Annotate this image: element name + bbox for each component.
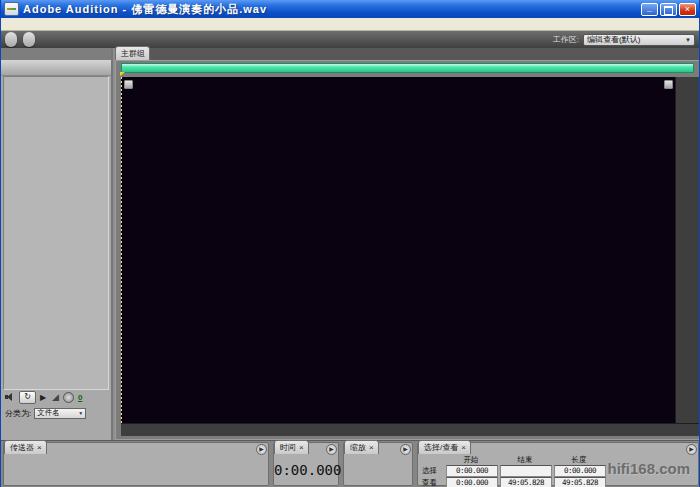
tab-transport-label: 传送器 bbox=[10, 442, 34, 453]
sort-by-value: 文件名 bbox=[37, 408, 60, 418]
column-header-length: 长度 bbox=[554, 455, 604, 465]
editor-body bbox=[115, 60, 700, 440]
view-end-field[interactable]: 49:05.828 bbox=[500, 477, 552, 487]
panel-menu-button[interactable]: ▶ bbox=[400, 444, 411, 455]
column-header-end: 结束 bbox=[500, 455, 550, 465]
audition-speaker-icon bbox=[5, 393, 15, 401]
tab-selection-view[interactable]: 选择/查看 × bbox=[418, 440, 471, 454]
transport-panel: 传送器 × ▶ bbox=[3, 442, 269, 486]
close-tab-icon[interactable]: × bbox=[369, 444, 374, 451]
time-panel: 时间 × ▶ 0:00.000 bbox=[273, 442, 339, 486]
chevron-down-icon: ▼ bbox=[685, 37, 691, 43]
workspace-select[interactable]: 编辑查看(默认) ▼ bbox=[583, 34, 695, 46]
selection-end-field[interactable] bbox=[500, 465, 552, 477]
current-time-display[interactable]: 0:00.000 bbox=[274, 462, 338, 478]
watermark: hifi168.com bbox=[607, 460, 690, 477]
sort-by-label: 分类为: bbox=[5, 408, 31, 419]
time-ruler[interactable] bbox=[121, 423, 699, 436]
main-group-panel: 主群组 bbox=[115, 48, 700, 440]
view-length-field[interactable]: 49:05.828 bbox=[554, 477, 606, 487]
panel-menu-button[interactable]: ▶ bbox=[686, 444, 697, 455]
tab-zoom-label: 缩放 bbox=[350, 442, 366, 453]
preview-volume-icon[interactable]: ◢ bbox=[52, 393, 59, 402]
preview-volume-value[interactable]: 0 bbox=[78, 393, 82, 402]
restore-icon bbox=[664, 6, 673, 15]
file-list bbox=[3, 76, 109, 390]
left-channel-indicator[interactable] bbox=[124, 80, 133, 89]
view-start-field[interactable]: 0:00.000 bbox=[446, 477, 498, 487]
tab-transport[interactable]: 传送器 × bbox=[4, 440, 47, 454]
minimize-button[interactable]: _ bbox=[641, 3, 658, 16]
window-title: Adobe Audition - 佛雷德曼演奏的小品.wav bbox=[23, 2, 637, 17]
panel-menu-button[interactable]: ▶ bbox=[326, 444, 337, 455]
selection-length-field[interactable]: 0:00.000 bbox=[554, 465, 606, 477]
preview-volume-dial[interactable] bbox=[63, 392, 74, 403]
close-tab-icon[interactable]: × bbox=[37, 444, 42, 451]
tab-selection-view-label: 选择/查看 bbox=[424, 442, 458, 453]
close-tab-icon[interactable]: × bbox=[299, 444, 304, 451]
tab-main-group[interactable]: 主群组 bbox=[115, 46, 150, 60]
files-panel: ↻ ▶ ◢ 0 分类为: 文件名 ▼ bbox=[1, 48, 113, 440]
display-mode-group bbox=[23, 32, 35, 47]
playhead-marker-icon[interactable] bbox=[120, 72, 125, 76]
workspace-label: 工作区: bbox=[553, 34, 579, 45]
tab-time-label: 时间 bbox=[280, 442, 296, 453]
tab-time[interactable]: 时间 × bbox=[274, 440, 309, 454]
chevron-down-icon: ▼ bbox=[78, 410, 83, 416]
row-label-view: 查看 bbox=[422, 478, 437, 487]
row-label-selection: 选择 bbox=[422, 466, 437, 476]
preview-play-button[interactable]: ▶ bbox=[40, 393, 48, 402]
panel-menu-button[interactable]: ▶ bbox=[256, 444, 267, 455]
title-bar: Adobe Audition - 佛雷德曼演奏的小品.wav _ × bbox=[1, 0, 699, 18]
right-channel-indicator[interactable] bbox=[664, 80, 673, 89]
sort-by-select[interactable]: 文件名 ▼ bbox=[34, 408, 86, 419]
tab-main-group-label: 主群组 bbox=[121, 48, 145, 59]
close-tab-icon[interactable]: × bbox=[461, 444, 466, 451]
view-switch-group bbox=[5, 32, 17, 47]
preview-controls: ↻ ▶ ◢ 0 bbox=[3, 390, 109, 404]
tab-zoom[interactable]: 缩放 × bbox=[344, 440, 379, 454]
overview-navigation-bar[interactable] bbox=[121, 63, 694, 73]
selection-view-panel: 选择/查看 × ▶ 开始 结束 长度 选择 查看 0:00.000 0:00.0… bbox=[417, 442, 699, 486]
selection-start-field[interactable]: 0:00.000 bbox=[446, 465, 498, 477]
spectrogram-display[interactable] bbox=[121, 77, 675, 423]
column-header-start: 开始 bbox=[446, 455, 496, 465]
bottom-dock: 传送器 × ▶ 时间 × ▶ 0:00.000 缩放 × bbox=[1, 440, 699, 487]
restore-button[interactable] bbox=[660, 3, 677, 16]
audition-window: Adobe Audition - 佛雷德曼演奏的小品.wav _ × 工作区: … bbox=[0, 0, 700, 487]
loop-preview-button[interactable]: ↻ bbox=[19, 391, 36, 404]
close-button[interactable]: × bbox=[679, 3, 696, 16]
main-toolbar: 工作区: 编辑查看(默认) ▼ bbox=[1, 31, 699, 48]
workspace-value: 编辑查看(默认) bbox=[587, 34, 640, 45]
zoom-panel: 缩放 × ▶ bbox=[343, 442, 413, 486]
app-icon bbox=[4, 2, 19, 16]
menu-bar bbox=[1, 18, 699, 31]
frequency-ruler[interactable] bbox=[675, 77, 699, 423]
playhead-line bbox=[121, 77, 122, 423]
